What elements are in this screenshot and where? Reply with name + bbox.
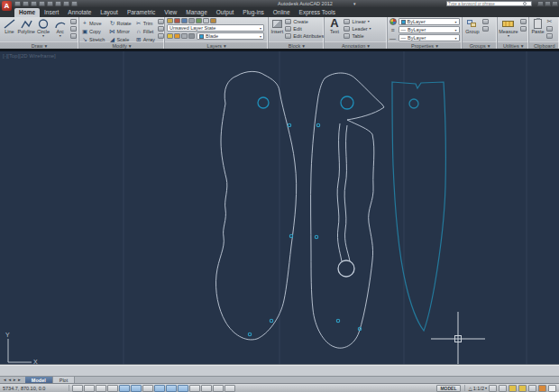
ellipse-tool-icon[interactable] [70,26,77,32]
annotation-scale-button[interactable]: △ 1:1/2 ▾ [469,386,487,391]
rectangle-tool-icon[interactable] [70,19,77,24]
annotation-visibility-icon[interactable] [509,385,517,392]
toggle-dynamic-input[interactable] [178,385,188,392]
line-tool[interactable]: Line [2,18,17,34]
layer-tool-icon-6[interactable] [210,18,216,23]
id-point-icon[interactable] [520,19,527,24]
layer-tool-icon-2[interactable] [181,18,188,23]
toggle-ducs[interactable] [166,385,177,392]
measure-tool[interactable]: Measure ▾ [499,18,518,38]
minimize-button[interactable] [537,1,544,6]
toggle-ortho[interactable] [107,385,118,392]
ribbon-tab-parametric[interactable]: Parametric [123,8,160,17]
leader-tool[interactable]: Leader ▾ [344,25,371,32]
drawing-canvas[interactable]: [-][Top][2D Wireframe] YX [0,50,559,364]
layer-control-icon-3[interactable] [188,33,195,39]
search-icon[interactable] [523,2,527,5]
measure-dropdown-icon[interactable]: ▾ [508,34,509,38]
copy-tool[interactable]: ▣Copy [81,27,105,35]
panel-caption-layers[interactable]: Layers ▾ [165,41,268,49]
application-status-menu-icon[interactable] [538,385,546,392]
search-input[interactable] [447,2,523,6]
toggle-infer-constraints[interactable] [72,385,83,392]
layer-tool-icon-5[interactable] [203,18,209,23]
ribbon-tab-annotate[interactable]: Annotate [63,8,96,17]
trim-tool[interactable]: ✂Trim [135,19,155,27]
ribbon-tab-insert[interactable]: Insert [40,8,63,17]
hatch-tool-icon[interactable] [70,33,77,39]
linetype-dropdown[interactable]: — ByLayer ▾ [399,34,460,41]
paste-tool[interactable]: Paste [531,18,544,34]
table-tool[interactable]: Table [344,32,371,40]
arc-tool[interactable]: Arc ▾ [52,18,68,38]
layer-tool-icon-3[interactable] [188,18,195,23]
erase-icon[interactable] [158,19,164,24]
quick-select-icon[interactable] [520,26,527,32]
copy-clip-icon[interactable] [546,26,553,32]
layout-tab-nav-icons[interactable]: ◄◄►► [0,378,25,382]
coordinate-display[interactable]: 5734.7, 870.10, 0.0 [3,386,66,391]
cut-icon[interactable]: ✂ [546,19,553,24]
toggle-osnap[interactable] [131,385,142,392]
layer-control-icon-0[interactable] [167,33,173,39]
toggle-polar[interactable] [119,385,130,392]
save-icon[interactable] [31,1,37,6]
maximize-button[interactable] [545,1,551,6]
layer-state-dropdown[interactable]: Unsaved Layer State ▾ [167,24,264,32]
customize-icon[interactable] [71,1,78,6]
new-icon[interactable] [14,1,21,6]
toggle-3d-osnap[interactable] [142,385,153,392]
ungroup-icon[interactable] [482,19,489,24]
layer-tool-icon-4[interactable] [196,18,202,23]
plot-icon[interactable] [39,1,45,6]
create-block-tool[interactable]: Create [285,18,324,25]
insert-block-tool[interactable]: Insert [270,18,283,34]
rotate-tool[interactable]: ↻Rotate [108,19,131,27]
linear-dimension-tool[interactable]: Linear ▾ [344,18,371,25]
ribbon-tab-manage[interactable]: Manage [181,8,212,17]
circle-dropdown-icon[interactable]: ▾ [42,34,44,38]
command-line[interactable] [0,364,559,376]
toggle-otrack[interactable] [154,385,165,392]
ribbon-tab-plug-ins[interactable]: Plug-ins [238,8,268,17]
ribbon-tab-online[interactable]: Online [269,8,295,17]
offset-icon[interactable] [158,33,164,39]
object-color-dropdown[interactable]: ByLayer ▾ [399,18,460,25]
ribbon-tab-layout[interactable]: Layout [96,8,123,17]
fillet-tool[interactable]: ∩Fillet [135,27,155,35]
edit-attributes-tool[interactable]: Edit Attributes [285,32,324,40]
undo-icon[interactable] [47,1,53,6]
stretch-tool[interactable]: ↘Stretch [81,35,105,43]
panel-caption-draw[interactable]: Draw ▾ [0,41,78,49]
layer-control-icon-2[interactable] [181,33,188,39]
arc-dropdown-icon[interactable]: ▾ [60,34,61,38]
edit-block-tool[interactable]: Edit [285,25,324,32]
redo-icon[interactable] [55,1,61,6]
toggle-grid[interactable] [96,385,106,392]
ribbon-tab-output[interactable]: Output [212,8,239,17]
layer-control-icon-1[interactable] [174,33,180,39]
text-tool[interactable]: A Text [326,18,342,34]
toggle-lineweight[interactable] [189,385,200,392]
workspace-icon[interactable] [63,1,69,6]
viewport-controls[interactable]: [-][Top][2D Wireframe] [3,53,56,59]
layer-tool-icon-1[interactable] [174,18,180,23]
clean-screen-icon[interactable] [548,385,556,392]
panel-caption-block[interactable]: Block ▾ [269,41,324,49]
move-tool[interactable]: +Move [81,19,105,27]
match-properties-icon[interactable] [546,33,553,39]
panel-caption-properties[interactable]: Properties ▾ [388,41,463,49]
lineweight-dropdown[interactable]: — ByLayer ▾ [399,26,460,33]
ribbon-tab-view[interactable]: View [160,8,181,17]
group-edit-icon[interactable] [482,26,489,32]
annotation-autoscale-icon[interactable] [518,385,527,392]
autocad-logo-icon[interactable]: A [2,1,12,11]
quick-view-layouts-icon[interactable] [489,385,497,392]
workspace-switching-icon[interactable] [528,385,536,392]
circle-tool[interactable]: Circle ▾ [36,18,51,38]
group-tool[interactable]: Group [464,18,480,34]
explode-icon[interactable] [158,26,164,32]
ribbon-tab-home[interactable]: Home [14,8,40,17]
toggle-selection-cycling[interactable] [225,385,235,392]
layer-dropdown[interactable]: Blade ▾ [197,32,264,40]
